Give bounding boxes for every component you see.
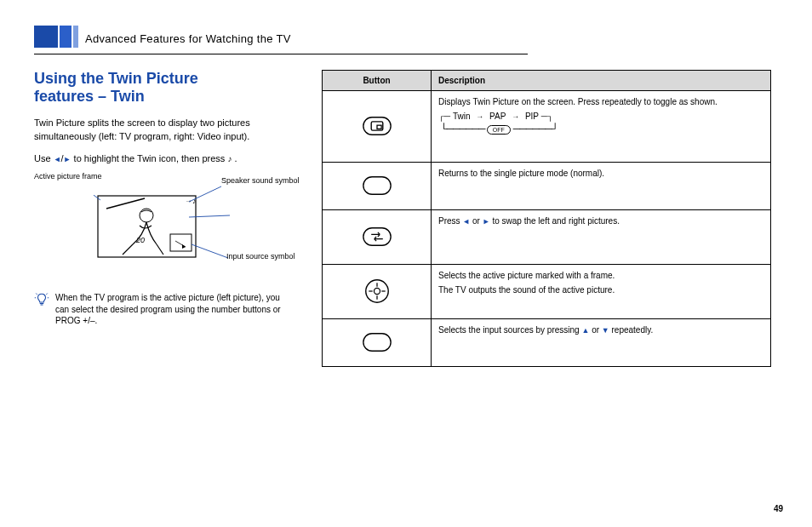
- tip-text: When the TV program is the active pictur…: [55, 292, 294, 327]
- twin-picture-illustration: →♪ 20: [94, 175, 255, 277]
- r3-desc: Press ◄ or ► to swap the left and right …: [438, 215, 763, 227]
- nav-instruction: Use ◄/► to highlight the Twin icon, then…: [34, 152, 306, 166]
- section-heading-line2: features – Twin: [34, 88, 145, 105]
- svg-rect-27: [363, 333, 390, 350]
- svg-rect-20: [363, 227, 390, 244]
- nav-mid2: icon, then press: [159, 153, 228, 163]
- header-rule: [34, 54, 528, 54]
- callout-active-frame: Active picture frame: [34, 173, 102, 181]
- svg-line-7: [189, 186, 221, 202]
- svg-line-15: [46, 294, 48, 295]
- header-bar-2: [60, 26, 71, 48]
- up-arrow-icon: ▲: [581, 326, 589, 335]
- right-arrow-icon: ►: [483, 217, 490, 226]
- r3-mid: or: [472, 216, 483, 226]
- r2-desc: Returns to the single picture mode (norm…: [438, 168, 763, 179]
- svg-text:20: 20: [135, 236, 145, 244]
- intro-paragraph: Twin Picture splits the screen to displa…: [34, 117, 306, 144]
- svg-line-9: [192, 244, 228, 258]
- r5-suffix: repeatedly.: [612, 325, 654, 335]
- r4-desc: Selects the active picture marked with a…: [438, 270, 763, 281]
- chapter-title: Advanced Features for Watching the TV: [85, 32, 778, 45]
- header-bar-3: [73, 26, 78, 48]
- single-button-icon: [363, 175, 392, 196]
- svg-rect-19: [363, 176, 390, 193]
- callout-source: Input source symbol: [226, 253, 295, 261]
- r5-mid: or: [592, 325, 602, 335]
- header-bar-1: [34, 26, 58, 48]
- tip-icon: [34, 292, 49, 307]
- nav-suffix: .: [234, 153, 237, 163]
- note-icon: ♪: [227, 154, 232, 163]
- svg-line-14: [36, 294, 37, 295]
- left-arrow-icon: ◄: [462, 217, 470, 226]
- r1-desc: Displays Twin Picture on the screen. Pre…: [438, 96, 763, 107]
- r4-desc2: The TV outputs the sound of the active p…: [438, 284, 763, 295]
- nav-prefix: Use: [34, 153, 54, 163]
- col-header-button: Button: [323, 71, 432, 91]
- swap-button-icon: [363, 226, 392, 247]
- r5-desc: Selects the input sources by pressing ▲ …: [438, 324, 763, 336]
- col-header-description: Description: [432, 71, 771, 91]
- svg-rect-1: [170, 234, 192, 251]
- page-number: 49: [774, 504, 783, 513]
- section-heading-line1: Using the Twin Picture: [34, 70, 198, 87]
- r3-prefix: Press: [438, 216, 462, 226]
- r1-seq-a: Twin: [453, 111, 471, 122]
- tip-row: When the TV program is the active pictur…: [34, 292, 306, 327]
- down-arrow-icon: ▼: [602, 326, 609, 335]
- nav-feature: Twin: [137, 153, 157, 163]
- r1-off-label: OFF: [487, 125, 511, 135]
- input-button-icon: [363, 332, 392, 352]
- r1-seq-c: PIP: [525, 111, 539, 122]
- r1-sequence: ┌─ Twin → PAP → PIP ─┐ └────── OFF: [438, 111, 763, 135]
- right-arrow-icon: ►: [64, 155, 71, 163]
- joystick-icon: [364, 278, 390, 304]
- nav-mid1: to highlight the: [74, 153, 137, 163]
- left-arrow-icon: ◄: [54, 155, 61, 163]
- r3-suffix: to swap the left and right pictures.: [492, 216, 620, 226]
- callout-speaker: Speaker sound symbol: [221, 177, 300, 186]
- twin-button-icon: [363, 116, 392, 136]
- button-description-table: Button Description: [322, 70, 771, 367]
- r1-seq-b: PAP: [489, 111, 506, 122]
- section-heading: Using the Twin Picture features – Twin: [34, 70, 306, 105]
- r5-prefix: Selects the input sources by pressing: [438, 325, 581, 335]
